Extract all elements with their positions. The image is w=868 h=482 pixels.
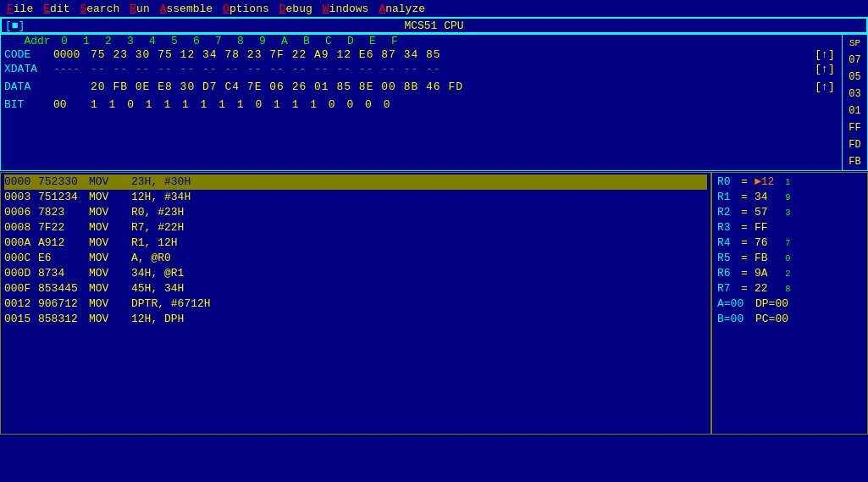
reg-row-r6: R6 = 9A 2 (717, 266, 862, 281)
memory-header: Addr 0 1 2 3 4 5 6 7 8 9 A B C D E (1, 35, 842, 47)
reg-val-r2: 57 (755, 205, 785, 220)
header-label: Addr (4, 35, 53, 47)
reg-extra-r2: 3 (785, 205, 791, 220)
disasm-row[interactable]: 000C E6 MOV A, @R0 (4, 251, 707, 266)
reg-val-pc: PC=00 (755, 312, 806, 327)
bit-label: BIT (4, 98, 53, 111)
window-control[interactable]: [■] (5, 19, 25, 32)
disasm-row[interactable]: 0015 858312 MOV 12H, DPH (4, 312, 707, 327)
code-label: CODE (4, 48, 53, 61)
title-bar: [■] MCS51 CPU (0, 17, 868, 34)
sidebar-val-5: FF (849, 119, 860, 136)
reg-row-r7: R7 = 22 8 (717, 281, 862, 296)
reg-val-r5: FB (755, 251, 785, 266)
data-label: DATA (4, 80, 53, 93)
xdata-bytes: -- -- -- -- -- -- -- -- -- -- -- -- -- -… (91, 63, 811, 75)
header-cols: 0 1 2 3 4 5 6 7 8 9 A B C D E F (53, 35, 838, 47)
disasm-row[interactable]: 000F 853445 MOV 45H, 34H (4, 281, 707, 296)
menu-options[interactable]: Options (218, 3, 274, 15)
reg-val-r0: ►12 (755, 175, 785, 190)
menu-debug[interactable]: Debug (274, 3, 318, 15)
sidebar-val-3: 03 (849, 86, 860, 102)
memory-row-xdata[interactable]: XDATA ---- -- -- -- -- -- -- -- -- -- --… (1, 62, 842, 76)
disasm-row[interactable]: 0003 751234 MOV 12H, #34H (4, 190, 707, 205)
data-addr (53, 80, 91, 93)
reg-row-r5: R5 = FB 0 (717, 251, 862, 266)
reg-extra-r1: 9 (785, 190, 791, 205)
reg-extra-r4: 7 (785, 235, 791, 251)
bit-scroll: ▼ (811, 98, 838, 111)
reg-val-r4: 76 (755, 235, 785, 251)
disasm-row[interactable]: 0008 7F22 MOV R7, #22H (4, 220, 707, 235)
bit-addr: 00 (53, 98, 91, 111)
disasm-row[interactable]: 0012 906712 MOV DPTR, #6712H (4, 296, 707, 312)
reg-name-r6: R6 (717, 266, 741, 281)
menu-search[interactable]: Search (75, 3, 124, 15)
memory-row-bit[interactable]: BIT 00 1 1 0 1 1 1 1 1 1 0 1 1 1 0 0 0 0… (1, 97, 842, 112)
registers-panel: R0 = ►12 1 R1 = 34 9 R2 = 57 3 R3 = FF (711, 172, 868, 435)
data-scroll[interactable]: [↑] (811, 80, 838, 93)
disasm-addr: 0000 (4, 175, 38, 190)
reg-val-dp: DP=00 (755, 296, 806, 312)
sidebar-val-6: FD (849, 136, 860, 153)
disasm-mnem: MOV (89, 175, 131, 190)
memory-container: Addr 0 1 2 3 4 5 6 7 8 9 A B C D E (0, 34, 868, 171)
xdata-label: XDATA (4, 63, 53, 75)
reg-val-r6: 9A (755, 266, 785, 281)
reg-row-r1: R1 = 34 9 (717, 190, 862, 205)
reg-name-r7: R7 (717, 281, 741, 296)
reg-val-r3: FF (755, 220, 785, 235)
memory-row-data[interactable]: DATA 20 FB 0E E8 30 D7 C4 7E 06 26 01 85… (1, 80, 842, 94)
reg-name-r3: R3 (717, 220, 741, 235)
menu-run[interactable]: Run (124, 3, 154, 15)
sidebar-val-4: 01 (849, 102, 860, 119)
reg-extra-r0: 1 (785, 175, 791, 190)
reg-row-b: B=00 PC=00 (717, 312, 862, 327)
reg-row-r4: R4 = 76 7 (717, 235, 862, 251)
code-bytes: 75 23 30 75 12 34 78 23 7F 22 A9 12 E6 8… (91, 48, 811, 61)
menu-windows[interactable]: Windows (318, 3, 374, 15)
reg-val-r1: 34 (755, 190, 785, 205)
xdata-scroll[interactable]: [↑] (811, 63, 838, 75)
menu-assemble[interactable]: Assemble (155, 3, 218, 15)
reg-extra-r5: 0 (785, 251, 791, 266)
disasm-row[interactable]: 000D 8734 MOV 34H, @R1 (4, 266, 707, 281)
sidebar-val-2: 05 (849, 69, 860, 86)
sidebar-val-1: 07 (849, 52, 860, 69)
sidebar-val-sp: SP (849, 35, 860, 52)
reg-name-acc: A=00 (717, 296, 755, 312)
menu-analyze[interactable]: Analyze (373, 3, 430, 15)
window-title: MCS51 CPU (404, 19, 463, 32)
sidebar-val-7: FB (849, 153, 860, 170)
code-scroll[interactable]: [↑] (811, 48, 838, 61)
xdata-addr: ---- (53, 63, 91, 75)
reg-name-r5: R5 (717, 251, 741, 266)
disasm-ops: 23H, #30H (131, 175, 707, 190)
bit-bytes: 1 1 0 1 1 1 1 1 1 0 1 1 1 0 0 0 0 (91, 98, 811, 111)
reg-row-acc: A=00 DP=00 (717, 296, 862, 312)
reg-name-r4: R4 (717, 235, 741, 251)
reg-name-b: B=00 (717, 312, 755, 327)
reg-name-r0: R0 (717, 175, 741, 190)
disasm-row[interactable]: 0000 752330 MOV 23H, #30H (4, 175, 707, 190)
disasm-row[interactable]: 0006 7823 MOV R0, #23H (4, 205, 707, 220)
menu-file[interactable]: File (2, 3, 38, 15)
memory-right-sidebar: SP 07 05 03 01 FF FD FB (842, 35, 867, 170)
reg-val-r7: 22 (755, 281, 785, 296)
reg-extra-r6: 2 (785, 266, 791, 281)
menu-edit[interactable]: Edit (38, 3, 75, 15)
reg-row-r0: R0 = ►12 1 (717, 175, 862, 190)
reg-extra-r7: 8 (785, 281, 791, 296)
reg-row-r3: R3 = FF (717, 220, 862, 235)
disasm-row[interactable]: 000A A912 MOV R1, 12H (4, 235, 707, 251)
menu-bar: File Edit Search Run Assemble Options De… (0, 0, 868, 17)
reg-name-r2: R2 (717, 205, 741, 220)
reg-eq-r0: = (741, 175, 755, 190)
reg-row-r2: R2 = 57 3 (717, 205, 862, 220)
memory-row-code[interactable]: CODE 0000 75 23 30 75 12 34 78 23 7F 22 … (1, 47, 842, 62)
disasm-bytes: 752330 (38, 175, 89, 190)
code-addr: 0000 (53, 48, 91, 61)
disassembly-panel: 0000 752330 MOV 23H, #30H 0003 751234 MO… (0, 172, 711, 435)
data-bytes: 20 FB 0E E8 30 D7 C4 7E 06 26 01 85 8E 0… (91, 80, 811, 93)
reg-name-r1: R1 (717, 190, 741, 205)
